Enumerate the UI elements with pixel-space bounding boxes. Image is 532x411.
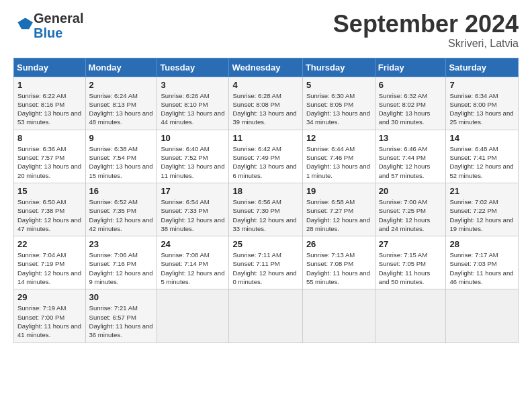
day-number: 22: [17, 239, 82, 249]
day-number: 3: [161, 80, 225, 90]
day-info: Sunrise: 7:04 AMSunset: 7:19 PMDaylight:…: [17, 250, 82, 286]
calendar-cell: [375, 289, 446, 342]
day-info: Sunrise: 6:22 AMSunset: 8:16 PMDaylight:…: [17, 91, 82, 127]
day-info: Sunrise: 7:19 AMSunset: 7:00 PMDaylight:…: [17, 304, 82, 339]
calendar-cell: 11 Sunrise: 6:42 AMSunset: 7:49 PMDaylig…: [229, 130, 302, 183]
day-info: Sunrise: 6:42 AMSunset: 7:49 PMDaylight:…: [232, 144, 298, 180]
day-number: 27: [379, 239, 443, 249]
day-info: Sunrise: 7:00 AMSunset: 7:25 PMDaylight:…: [379, 197, 443, 233]
day-number: 24: [161, 239, 225, 249]
day-info: Sunrise: 6:36 AMSunset: 7:57 PMDaylight:…: [17, 144, 82, 180]
day-info: Sunrise: 6:28 AMSunset: 8:08 PMDaylight:…: [232, 91, 298, 127]
day-number: 23: [89, 239, 154, 249]
calendar-cell: [446, 289, 519, 342]
weekday-header-row: SundayMondayTuesdayWednesdayThursdayFrid…: [14, 58, 519, 77]
day-number: 1: [17, 80, 82, 90]
day-info: Sunrise: 7:15 AMSunset: 7:05 PMDaylight:…: [379, 250, 443, 286]
header: General Blue September 2024 Skriveri, La…: [13, 11, 519, 50]
day-number: 29: [17, 292, 82, 302]
title-area: September 2024 Skriveri, Latvia: [333, 11, 519, 50]
calendar-cell: 22 Sunrise: 7:04 AMSunset: 7:19 PMDaylig…: [14, 236, 86, 289]
day-number: 15: [17, 186, 82, 196]
weekday-header: Sunday: [14, 58, 86, 77]
day-number: 26: [306, 239, 371, 249]
day-number: 30: [89, 292, 154, 302]
day-info: Sunrise: 6:40 AMSunset: 7:52 PMDaylight:…: [161, 144, 225, 180]
calendar-cell: 27 Sunrise: 7:15 AMSunset: 7:05 PMDaylig…: [375, 236, 446, 289]
day-number: 13: [379, 133, 443, 143]
weekday-header: Tuesday: [157, 58, 229, 77]
day-number: 12: [306, 133, 371, 143]
calendar-cell: 25 Sunrise: 7:11 AMSunset: 7:11 PMDaylig…: [229, 236, 302, 289]
calendar-cell: [157, 289, 229, 342]
calendar-cell: 23 Sunrise: 7:06 AMSunset: 7:16 PMDaylig…: [85, 236, 157, 289]
calendar-table: SundayMondayTuesdayWednesdayThursdayFrid…: [13, 58, 519, 343]
day-number: 7: [449, 80, 515, 90]
calendar-body: 1 Sunrise: 6:22 AMSunset: 8:16 PMDayligh…: [14, 77, 519, 342]
calendar-week-row: 15 Sunrise: 6:50 AMSunset: 7:38 PMDaylig…: [14, 183, 519, 236]
day-number: 6: [379, 80, 443, 90]
day-number: 4: [232, 80, 298, 90]
calendar-cell: 17 Sunrise: 6:54 AMSunset: 7:33 PMDaylig…: [157, 183, 229, 236]
day-info: Sunrise: 6:46 AMSunset: 7:44 PMDaylight:…: [379, 144, 443, 180]
calendar-cell: 26 Sunrise: 7:13 AMSunset: 7:08 PMDaylig…: [302, 236, 375, 289]
weekday-header: Monday: [85, 58, 157, 77]
day-number: 16: [89, 186, 154, 196]
logo: General Blue: [13, 11, 83, 40]
day-info: Sunrise: 6:54 AMSunset: 7:33 PMDaylight:…: [161, 197, 225, 233]
calendar-cell: 19 Sunrise: 6:58 AMSunset: 7:27 PMDaylig…: [302, 183, 375, 236]
day-number: 17: [161, 186, 225, 196]
day-number: 5: [306, 80, 371, 90]
day-info: Sunrise: 7:13 AMSunset: 7:08 PMDaylight:…: [306, 250, 371, 286]
day-number: 14: [449, 133, 515, 143]
calendar-cell: 21 Sunrise: 7:02 AMSunset: 7:22 PMDaylig…: [446, 183, 519, 236]
day-number: 28: [449, 239, 515, 249]
calendar-cell: 3 Sunrise: 6:26 AMSunset: 8:10 PMDayligh…: [157, 77, 229, 130]
day-info: Sunrise: 7:17 AMSunset: 7:03 PMDaylight:…: [449, 250, 515, 286]
calendar-cell: [229, 289, 302, 342]
day-info: Sunrise: 6:38 AMSunset: 7:54 PMDaylight:…: [89, 144, 154, 180]
day-number: 18: [232, 186, 298, 196]
calendar-cell: 6 Sunrise: 6:32 AMSunset: 8:02 PMDayligh…: [375, 77, 446, 130]
weekday-header: Friday: [375, 58, 446, 77]
calendar-week-row: 29 Sunrise: 7:19 AMSunset: 7:00 PMDaylig…: [14, 289, 519, 342]
day-info: Sunrise: 6:32 AMSunset: 8:02 PMDaylight:…: [379, 91, 443, 127]
calendar-cell: 1 Sunrise: 6:22 AMSunset: 8:16 PMDayligh…: [14, 77, 86, 130]
day-info: Sunrise: 7:11 AMSunset: 7:11 PMDaylight:…: [232, 250, 298, 286]
weekday-header: Saturday: [446, 58, 519, 77]
day-number: 19: [306, 186, 371, 196]
calendar-cell: 2 Sunrise: 6:24 AMSunset: 8:13 PMDayligh…: [85, 77, 157, 130]
day-number: 10: [161, 133, 225, 143]
day-info: Sunrise: 6:58 AMSunset: 7:27 PMDaylight:…: [306, 197, 371, 233]
calendar-cell: 14 Sunrise: 6:48 AMSunset: 7:41 PMDaylig…: [446, 130, 519, 183]
calendar-cell: [302, 289, 375, 342]
day-info: Sunrise: 6:56 AMSunset: 7:30 PMDaylight:…: [232, 197, 298, 233]
day-number: 25: [232, 239, 298, 249]
calendar-cell: 12 Sunrise: 6:44 AMSunset: 7:46 PMDaylig…: [302, 130, 375, 183]
calendar-week-row: 1 Sunrise: 6:22 AMSunset: 8:16 PMDayligh…: [14, 77, 519, 130]
calendar-cell: 13 Sunrise: 6:46 AMSunset: 7:44 PMDaylig…: [375, 130, 446, 183]
day-number: 21: [449, 186, 515, 196]
calendar-cell: 4 Sunrise: 6:28 AMSunset: 8:08 PMDayligh…: [229, 77, 302, 130]
calendar-cell: 18 Sunrise: 6:56 AMSunset: 7:30 PMDaylig…: [229, 183, 302, 236]
calendar-week-row: 8 Sunrise: 6:36 AMSunset: 7:57 PMDayligh…: [14, 130, 519, 183]
day-info: Sunrise: 7:06 AMSunset: 7:16 PMDaylight:…: [89, 250, 154, 286]
calendar-cell: 5 Sunrise: 6:30 AMSunset: 8:05 PMDayligh…: [302, 77, 375, 130]
calendar-cell: 7 Sunrise: 6:34 AMSunset: 8:00 PMDayligh…: [446, 77, 519, 130]
calendar-cell: 24 Sunrise: 7:08 AMSunset: 7:14 PMDaylig…: [157, 236, 229, 289]
day-info: Sunrise: 6:24 AMSunset: 8:13 PMDaylight:…: [89, 91, 154, 127]
day-info: Sunrise: 6:44 AMSunset: 7:46 PMDaylight:…: [306, 144, 371, 180]
calendar-cell: 28 Sunrise: 7:17 AMSunset: 7:03 PMDaylig…: [446, 236, 519, 289]
day-info: Sunrise: 6:34 AMSunset: 8:00 PMDaylight:…: [449, 91, 515, 127]
calendar-cell: 16 Sunrise: 6:52 AMSunset: 7:35 PMDaylig…: [85, 183, 157, 236]
location: Skriveri, Latvia: [333, 38, 519, 50]
calendar-week-row: 22 Sunrise: 7:04 AMSunset: 7:19 PMDaylig…: [14, 236, 519, 289]
day-info: Sunrise: 7:02 AMSunset: 7:22 PMDaylight:…: [449, 197, 515, 233]
page: General Blue September 2024 Skriveri, La…: [0, 0, 532, 350]
calendar-cell: 29 Sunrise: 7:19 AMSunset: 7:00 PMDaylig…: [14, 289, 86, 342]
day-info: Sunrise: 6:30 AMSunset: 8:05 PMDaylight:…: [306, 91, 371, 127]
logo-icon: [15, 15, 34, 34]
calendar-cell: 9 Sunrise: 6:38 AMSunset: 7:54 PMDayligh…: [85, 130, 157, 183]
day-number: 2: [89, 80, 154, 90]
day-info: Sunrise: 6:50 AMSunset: 7:38 PMDaylight:…: [17, 197, 82, 233]
